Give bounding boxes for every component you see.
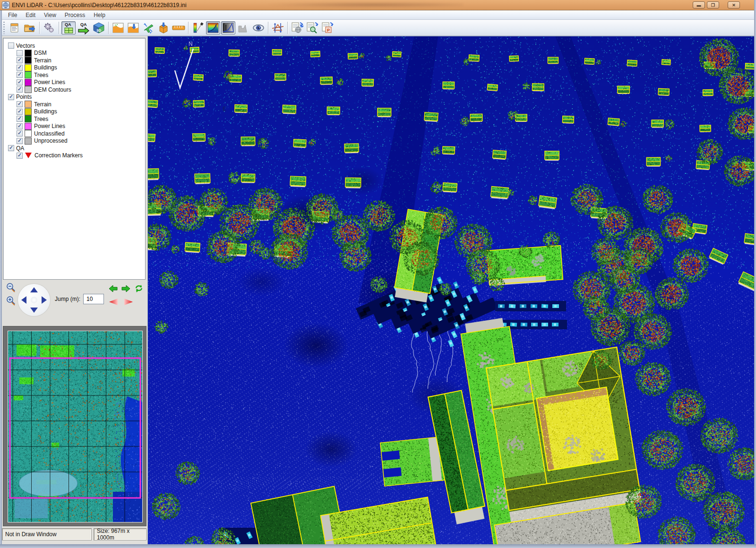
layer-group-row[interactable]: Points [3,94,145,101]
toolbar: QA QA 3D [0,20,756,36]
layer-color-swatch [25,130,32,137]
layer-checkbox[interactable] [17,116,23,122]
export-view-button[interactable] [305,21,319,34]
menu-file[interactable]: File [4,11,21,19]
visibility-button[interactable] [251,21,266,34]
layer-label: Unprocessed [34,137,68,144]
layer-checkbox[interactable] [17,123,23,129]
layer-checkbox[interactable] [17,79,23,86]
title-bar[interactable]: ENVI LiDAR - C:\Users\pcollins\Desktop\4… [0,0,756,10]
qa-layout-label: QA [65,22,71,27]
layer-color-swatch [25,123,32,130]
step-back-button[interactable] [108,284,119,294]
layer-row[interactable]: Terrain [3,101,145,108]
restore-button[interactable]: ❐ [707,1,719,9]
import-data-button[interactable] [156,21,171,34]
layer-color-swatch [25,86,32,93]
jump-label: Jump (m): [55,296,80,302]
layer-checkbox[interactable] [17,109,23,115]
cross-section-button[interactable] [271,21,285,34]
menu-help[interactable]: Help [89,11,110,19]
jump-input[interactable] [83,294,104,304]
layer-row[interactable]: Buildings [3,64,145,72]
pan-dpad[interactable] [18,284,50,316]
titlebar-glass-smudge [265,2,463,8]
layer-color-swatch [25,64,32,71]
close-button[interactable]: ✕ [728,1,740,9]
export-powerpoint-button[interactable]: P [320,21,335,34]
status-size: Size: 967m x 1000m [94,528,146,540]
layer-row[interactable]: Power Lines [3,123,145,130]
layer-row[interactable]: Correction Markers [3,152,145,160]
layer-label: QA [16,145,24,152]
preferences-button[interactable] [42,21,56,34]
window-title: ENVI LiDAR - C:\Users\pcollins\Desktop\4… [12,2,187,9]
refresh-button[interactable] [134,284,146,293]
layer-checkbox[interactable] [8,43,14,49]
layer-label: Trees [34,116,48,122]
rotate-left-button[interactable] [108,298,119,307]
pan-down-arrow[interactable] [30,308,38,313]
layer-color-swatch [25,108,32,115]
layer-row[interactable]: Unclassified [3,130,145,137]
open-project-button[interactable] [23,21,37,34]
menu-process[interactable]: Process [60,11,89,19]
zoom-in-button[interactable] [6,296,16,306]
zoom-out-button[interactable] [6,283,16,293]
layer-row[interactable]: Unprocessed [3,137,145,145]
histogram-color-button[interactable] [206,21,220,34]
main-viewport-canvas[interactable] [148,36,754,544]
histogram-intensity-button[interactable] [221,21,235,34]
layer-checkbox[interactable] [17,72,23,78]
layer-checkbox[interactable] [17,130,23,137]
layer-row[interactable]: Trees [3,71,145,79]
correction-marker-icon [25,153,32,158]
layer-row[interactable]: Terrain [3,57,145,64]
svg-text:3D: 3D [96,28,101,33]
pan-right-arrow[interactable] [42,296,47,304]
layer-color-swatch [25,71,32,78]
layer-checkbox[interactable] [17,138,23,144]
menu-edit[interactable]: Edit [21,11,40,19]
layer-checkbox[interactable] [17,50,23,56]
dem-import-button[interactable] [126,21,140,34]
layer-row[interactable]: Trees [3,115,145,123]
measure-button[interactable] [172,21,186,34]
layer-checkbox[interactable] [8,94,14,100]
layer-checkbox[interactable] [17,65,23,71]
layer-checkbox[interactable] [17,86,23,93]
qa-layout-button[interactable]: QA [61,21,76,34]
dem-image-button[interactable] [111,21,125,34]
layer-checkbox[interactable] [17,101,23,107]
flightlines-button[interactable] [141,21,155,34]
qa-process-button[interactable]: QA [77,21,91,34]
layer-group-row[interactable]: QA [3,145,145,152]
layer-row[interactable]: Power Lines [3,79,145,86]
new-project-button[interactable] [8,21,22,34]
view-3d-button[interactable]: 3D [92,21,106,34]
layer-row[interactable]: DSM [3,50,145,57]
minimize-button[interactable]: ▬ [693,1,705,9]
layer-row[interactable]: Buildings [3,108,145,116]
pan-left-arrow[interactable] [21,296,26,304]
layer-label: DEM Contours [34,86,71,93]
layer-checkbox[interactable] [17,57,23,63]
rotate-right-button[interactable] [123,298,134,307]
layer-label: Unclassified [34,130,65,137]
layer-group-row[interactable]: Vectors [3,42,145,50]
menu-view[interactable]: View [40,11,60,19]
layer-label: DSM [34,50,47,56]
step-forward-button[interactable] [121,284,132,294]
layer-label: Terrain [34,57,52,64]
app-icon [2,1,9,9]
window-border-right [754,0,756,548]
minimap-canvas[interactable] [8,331,143,522]
layer-label: Vectors [16,43,35,49]
layer-row[interactable]: DEM Contours [3,86,145,94]
pan-center [31,297,37,303]
layer-checkbox[interactable] [17,153,23,159]
layer-checkbox[interactable] [8,145,14,151]
export-image-button[interactable] [290,21,304,34]
colorize-elevation-button[interactable] [191,21,205,34]
pan-up-arrow[interactable] [30,287,38,292]
